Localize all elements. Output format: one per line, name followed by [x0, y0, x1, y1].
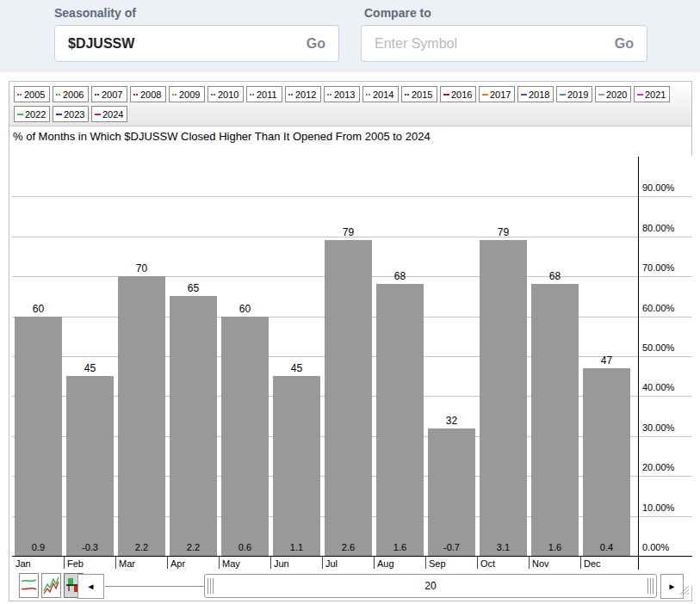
- x-axis-month-label: Mar: [119, 558, 135, 569]
- bar-value-label: 60: [221, 303, 269, 315]
- cumulative-line-chart-icon[interactable]: [41, 573, 61, 598]
- x-axis-tick: [219, 557, 220, 569]
- year-marker-icon: [288, 94, 294, 96]
- bar-avg-change-label: -0.7: [428, 542, 475, 552]
- bar-value-label: 32: [428, 415, 475, 427]
- x-axis-month-label: Jan: [15, 558, 31, 569]
- year-marker-icon: [172, 94, 177, 96]
- bar-avg-change-label: 0.9: [15, 542, 62, 552]
- x-axis-month-label: Dec: [584, 558, 601, 569]
- bar-value-label: 60: [15, 303, 62, 315]
- year-label: 2020: [606, 89, 627, 100]
- x-axis-tick: [529, 557, 530, 569]
- symbol-entry-header: Seasonality of Go Compare to Go: [0, 0, 700, 72]
- year-toggle-2017[interactable]: 2017: [479, 86, 515, 102]
- year-label: 2009: [179, 89, 200, 100]
- year-toggle-2009[interactable]: 2009: [169, 86, 205, 102]
- year-label: 2012: [295, 89, 316, 100]
- year-label: 2017: [490, 89, 511, 100]
- year-marker-icon: [521, 94, 527, 96]
- bar-Oct: [480, 240, 527, 556]
- year-toggle-2023[interactable]: 2023: [53, 106, 89, 122]
- seasonality-go-button[interactable]: Go: [294, 36, 338, 52]
- year-toggle-2018[interactable]: 2018: [517, 86, 554, 102]
- year-toggle-2006[interactable]: 2006: [53, 86, 89, 102]
- y-axis-tick-label: 60.00%: [642, 303, 674, 314]
- year-marker-icon: [366, 94, 371, 96]
- year-marker-icon: [95, 114, 101, 115]
- bar-chart-plot: 90.00%80.00%70.00%60.00%50.00%40.00%30.0…: [12, 156, 692, 586]
- y-axis-tick-label: 90.00%: [642, 182, 674, 194]
- bar-avg-change-label: 1.6: [376, 542, 424, 552]
- year-label: 2005: [24, 89, 45, 100]
- bar-value-label: 68: [376, 270, 424, 282]
- year-toggle-2024[interactable]: 2024: [91, 106, 127, 122]
- seasonality-of-label: Seasonality of: [54, 6, 136, 20]
- scroll-left-button[interactable]: ◄: [77, 574, 104, 599]
- x-axis-month-label: Feb: [67, 558, 84, 569]
- year-toggle-2013[interactable]: 2013: [324, 86, 360, 102]
- compare-to-label: Compare to: [364, 6, 431, 20]
- year-toggle-2007[interactable]: 2007: [91, 86, 127, 102]
- year-toggle-2022[interactable]: 2022: [14, 106, 50, 122]
- scrollbar-thumb[interactable]: 20: [204, 574, 657, 598]
- year-toggle-2020[interactable]: 2020: [595, 86, 631, 102]
- compare-symbol-input[interactable]: [362, 36, 602, 52]
- year-toggle-2011[interactable]: 2011: [246, 86, 282, 102]
- bar-Jan: [15, 317, 62, 556]
- x-axis-month-label: Oct: [480, 558, 495, 569]
- year-marker-icon: [17, 114, 23, 115]
- seasonality-symbol-input[interactable]: [55, 36, 294, 52]
- bar-value-label: 79: [480, 226, 527, 238]
- compare-symbol-box: Go: [361, 25, 647, 62]
- year-marker-icon: [598, 94, 604, 96]
- bar-value-label: 45: [273, 362, 320, 374]
- bar-Nov: [531, 284, 579, 556]
- year-toggle-2008[interactable]: 2008: [130, 86, 166, 102]
- year-marker-icon: [482, 94, 488, 96]
- bar-avg-change-label: 2.2: [170, 542, 217, 552]
- year-toggle-2021[interactable]: 2021: [634, 86, 670, 102]
- bar-Apr: [170, 296, 217, 556]
- year-toggle-2016[interactable]: 2016: [440, 86, 476, 102]
- seasonality-chart-widget: 2005200620072008200920102011201220132014…: [9, 81, 692, 601]
- bar-Feb: [66, 376, 114, 556]
- scrollbar-track[interactable]: [105, 586, 204, 587]
- year-label: 2008: [140, 89, 161, 100]
- year-label: 2015: [412, 89, 432, 100]
- year-toggle-2014[interactable]: 2014: [362, 86, 399, 102]
- x-axis-tick: [167, 557, 168, 569]
- year-marker-icon: [56, 94, 61, 96]
- year-label: 2014: [373, 89, 393, 100]
- compare-go-button[interactable]: Go: [602, 36, 647, 52]
- bar-Dec: [583, 368, 630, 556]
- bar-value-label: 47: [583, 354, 630, 367]
- bar-Jun: [273, 376, 320, 556]
- y-axis-tick-label: 80.00%: [642, 223, 674, 234]
- seasonality-app: Seasonality of Go Compare to Go 20052006…: [0, 0, 700, 604]
- chart-title: % of Months in Which $DJUSSW Closed High…: [13, 130, 431, 143]
- year-marker-icon: [327, 94, 332, 96]
- x-axis-month-label: Apr: [170, 558, 185, 569]
- bar-value-label: 45: [66, 362, 114, 374]
- bar-avg-change-label: 1.6: [531, 542, 579, 552]
- year-toggle-2005[interactable]: 2005: [14, 86, 50, 102]
- x-axis-month-label: Jul: [325, 558, 338, 569]
- bar-Jul: [325, 240, 372, 556]
- year-marker-icon: [405, 94, 410, 96]
- y-axis-tick-label: 50.00%: [642, 342, 674, 354]
- gridline: [12, 196, 692, 197]
- year-marker-icon: [133, 94, 139, 96]
- bar-Aug: [376, 284, 424, 556]
- year-toggle-2010[interactable]: 2010: [208, 86, 244, 102]
- year-toggle-2019[interactable]: 2019: [556, 86, 592, 102]
- year-toggle-2012[interactable]: 2012: [285, 86, 321, 102]
- bar-avg-change-label: 0.6: [221, 542, 269, 552]
- y-axis-tick-label: 20.00%: [642, 462, 674, 473]
- year-marker-icon: [56, 114, 62, 115]
- year-toggle-2015[interactable]: 2015: [401, 86, 437, 102]
- seasonality-symbol-box: Go: [54, 25, 339, 62]
- resize-grip-icon[interactable]: [677, 582, 690, 599]
- line-chart-icon[interactable]: [19, 573, 39, 598]
- year-label: 2022: [25, 109, 46, 120]
